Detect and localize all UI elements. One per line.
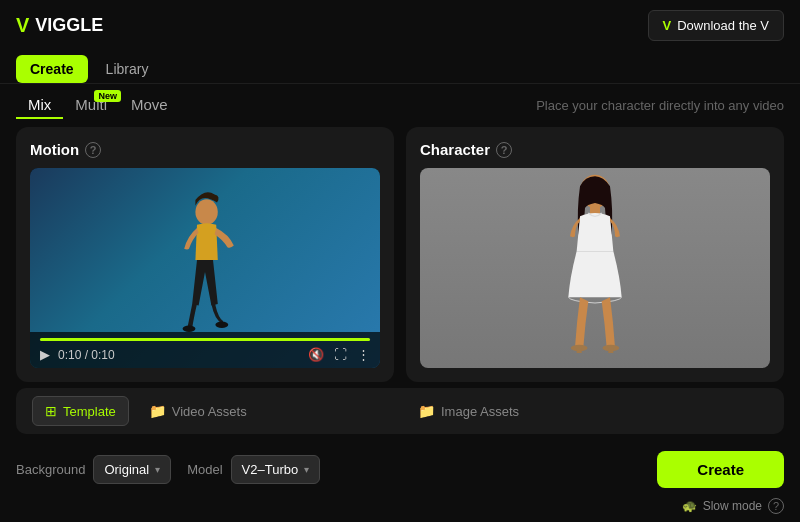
- template-icon: ⊞: [45, 403, 57, 419]
- download-button[interactable]: V Download the V: [648, 10, 784, 41]
- model-select[interactable]: V2–Turbo ▾: [231, 455, 321, 484]
- nav-tab-multi[interactable]: Multi New: [63, 92, 119, 119]
- nav-hint: Place your character directly into any v…: [536, 98, 784, 113]
- model-label: Model: [187, 462, 222, 477]
- new-badge: New: [94, 90, 121, 102]
- character-help-icon[interactable]: ?: [496, 142, 512, 158]
- bottom-controls: Background Original ▾ Model V2–Turbo ▾ C…: [0, 441, 800, 492]
- fullscreen-icon[interactable]: ⛶: [334, 347, 347, 362]
- slow-mode-help-icon[interactable]: ?: [768, 498, 784, 514]
- play-icon[interactable]: ▶: [40, 347, 50, 362]
- download-v-icon: V: [663, 18, 672, 33]
- bottom-left-controls: Background Original ▾ Model V2–Turbo ▾: [16, 455, 320, 484]
- video-assets-icon: 📁: [149, 403, 166, 419]
- char-figure-wrapper: [420, 168, 770, 368]
- footer-row: 🐢 Slow mode ?: [682, 498, 784, 514]
- header: V VIGGLE V Download the V: [0, 0, 800, 51]
- video-container: ▶ 0:10 / 0:10 🔇 ⛶ ⋮: [30, 168, 380, 368]
- image-assets-label: Image Assets: [441, 404, 519, 419]
- controls-row: ▶ 0:10 / 0:10 🔇 ⛶ ⋮: [40, 347, 370, 362]
- image-assets-button[interactable]: 📁 Image Assets: [406, 396, 531, 426]
- background-label: Background: [16, 462, 85, 477]
- time-display: 0:10 / 0:10: [58, 348, 115, 362]
- image-assets-icon: 📁: [418, 403, 435, 419]
- slow-mode-icon: 🐢: [682, 499, 697, 513]
- volume-icon[interactable]: 🔇: [308, 347, 324, 362]
- background-value: Original: [104, 462, 149, 477]
- download-btn-label: Download the V: [677, 18, 769, 33]
- svg-rect-7: [577, 348, 582, 353]
- character-image: [420, 168, 770, 368]
- model-control: Model V2–Turbo ▾: [187, 455, 320, 484]
- video-controls: ▶ 0:10 / 0:10 🔇 ⛶ ⋮: [30, 332, 380, 368]
- more-icon[interactable]: ⋮: [357, 347, 370, 362]
- progress-fill: [40, 338, 370, 341]
- svg-point-0: [195, 199, 217, 225]
- model-chevron-icon: ▾: [304, 464, 309, 475]
- template-button[interactable]: ⊞ Template: [32, 396, 129, 426]
- controls-left: ▶ 0:10 / 0:10: [40, 347, 115, 362]
- motion-panel: Motion ?: [16, 127, 394, 382]
- template-label: Template: [63, 404, 116, 419]
- character-panel: Character ?: [406, 127, 784, 382]
- logo-text: VIGGLE: [35, 15, 103, 36]
- model-value: V2–Turbo: [242, 462, 299, 477]
- background-control: Background Original ▾: [16, 455, 171, 484]
- video-assets-button[interactable]: 📁 Video Assets: [137, 396, 259, 426]
- nav-row: Mix Multi New Move Place your character …: [0, 84, 800, 127]
- logo-v-icon: V: [16, 14, 29, 37]
- nav-tabs: Mix Multi New Move: [16, 92, 180, 119]
- background-chevron-icon: ▾: [155, 464, 160, 475]
- tab-create[interactable]: Create: [16, 55, 88, 83]
- svg-rect-8: [608, 348, 613, 353]
- background-select[interactable]: Original ▾: [93, 455, 171, 484]
- video-assets-label: Video Assets: [172, 404, 247, 419]
- nav-tab-move[interactable]: Move: [119, 92, 180, 119]
- character-figure: [525, 168, 665, 368]
- tab-row: Create Library: [0, 51, 800, 84]
- motion-panel-title: Motion ?: [30, 141, 380, 158]
- nav-tab-mix[interactable]: Mix: [16, 92, 63, 119]
- asset-row: ⊞ Template 📁 Video Assets 📁 Image Assets: [16, 388, 784, 434]
- motion-help-icon[interactable]: ?: [85, 142, 101, 158]
- progress-bar[interactable]: [40, 338, 370, 341]
- slow-mode-label: Slow mode: [703, 499, 762, 513]
- controls-right: 🔇 ⛶ ⋮: [308, 347, 370, 362]
- logo: V VIGGLE: [16, 14, 103, 37]
- tab-library[interactable]: Library: [92, 55, 163, 83]
- create-button[interactable]: Create: [657, 451, 784, 488]
- asset-row-left: ⊞ Template 📁 Video Assets: [32, 396, 394, 426]
- motion-character-figure: [145, 188, 265, 348]
- svg-point-2: [215, 322, 228, 328]
- character-panel-title: Character ?: [420, 141, 770, 158]
- asset-row-right: 📁 Image Assets: [406, 396, 768, 426]
